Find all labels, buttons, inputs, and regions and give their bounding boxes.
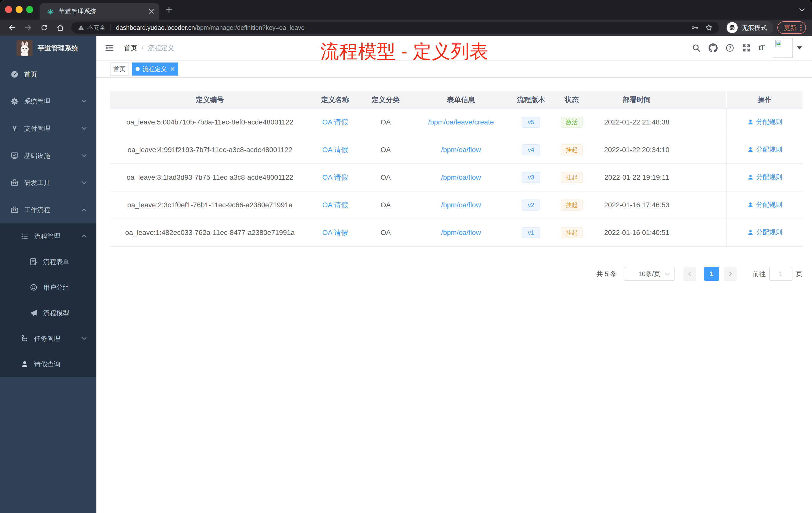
address-bar[interactable]: 不安全 dashboard.yudao.iocoder.cn/bpm/manag…: [71, 22, 719, 34]
assign-rule-link[interactable]: 分配规则: [747, 145, 782, 154]
window-minimize-button[interactable]: [16, 6, 23, 13]
definition-name-link[interactable]: OA 请假: [322, 146, 348, 154]
form-icon: [30, 258, 38, 266]
browser-menu-icon[interactable]: [800, 24, 802, 31]
select-caret-icon: [665, 272, 670, 276]
yen-icon: ¥: [10, 124, 19, 132]
cell-operation: 分配规则: [727, 109, 803, 136]
table-row: oa_leave:4:991f2193-7b7f-11ec-a3c8-acde4…: [110, 136, 803, 163]
form-link[interactable]: /bpm/oa/flow: [441, 229, 481, 236]
cell-category: OA: [360, 219, 411, 246]
cell-status: 挂起: [551, 219, 592, 246]
chevron-down-icon: [81, 99, 87, 104]
prev-arrow-icon: [688, 271, 692, 277]
assign-rule-link[interactable]: 分配规则: [747, 173, 782, 181]
sidebar-item-home[interactable]: 首页: [0, 61, 96, 88]
form-link[interactable]: /bpm/oa/flow: [441, 201, 481, 209]
sidebar-item-task-mgmt[interactable]: 任务管理: [0, 326, 96, 351]
security-label[interactable]: 不安全: [87, 24, 106, 32]
incognito-badge: 无痕模式: [726, 21, 773, 34]
broken-image-icon: [774, 39, 782, 48]
window-controls: [5, 6, 33, 13]
tab-favicon-icon: [47, 7, 54, 15]
breadcrumb: 首页 / 流程定义: [124, 44, 174, 53]
browser-tab[interactable]: 芋道管理系统: [40, 3, 159, 20]
next-arrow-icon: [728, 271, 732, 277]
back-button[interactable]: [4, 21, 20, 35]
browser-update-button[interactable]: 更新: [777, 21, 806, 34]
sidebar-item-dev-tools[interactable]: 研发工具: [0, 169, 96, 196]
definition-name-link[interactable]: OA 请假: [322, 201, 348, 209]
avatar[interactable]: [773, 38, 793, 58]
form-link[interactable]: /bpm/oa/flow: [441, 174, 481, 181]
sidebar-item-payment[interactable]: ¥支付管理: [0, 115, 96, 142]
user-icon: [747, 229, 754, 236]
assign-rule-link[interactable]: 分配规则: [747, 117, 782, 126]
new-tab-button[interactable]: [166, 6, 172, 13]
cell-filler: [681, 109, 727, 136]
sidebar-item-workflow[interactable]: 工作流程: [0, 196, 96, 223]
page-unit-label: 页: [796, 270, 803, 278]
sidebar-item-process-form[interactable]: 流程表单: [0, 249, 96, 275]
sidebar-item-leave-query[interactable]: 请假查询: [0, 351, 96, 377]
fullscreen-icon[interactable]: [742, 44, 751, 52]
forward-button[interactable]: [20, 21, 36, 35]
next-page-button[interactable]: [724, 267, 737, 281]
goto-page-input[interactable]: 1: [769, 267, 792, 281]
github-icon[interactable]: [708, 43, 718, 53]
tag-home[interactable]: 首页: [110, 62, 129, 76]
cell-form: /bpm/oa/flow: [411, 163, 511, 191]
sidebar-logo: 芋道管理系统: [0, 36, 96, 61]
cell-definition-id: oa_leave:3:1fad3d93-7b75-11ec-a3c8-acde4…: [110, 163, 310, 191]
sidebar-item-process-mgmt[interactable]: 流程管理: [0, 223, 96, 249]
assign-rule-link[interactable]: 分配规则: [747, 228, 782, 237]
sidebar-item-user-group[interactable]: 用户分组: [0, 275, 96, 300]
font-size-icon[interactable]: tT: [759, 44, 764, 52]
home-button[interactable]: [52, 21, 68, 35]
reload-button[interactable]: [36, 21, 52, 35]
definition-name-link[interactable]: OA 请假: [322, 229, 348, 236]
col-definition-name: 定义名称: [310, 91, 360, 109]
prev-page-button[interactable]: [684, 267, 696, 281]
avatar-caret-icon[interactable]: [797, 47, 802, 50]
cell-version: v4: [511, 136, 551, 163]
list-icon: [21, 232, 29, 240]
security-warning-icon[interactable]: [78, 24, 84, 31]
window-close-button[interactable]: [5, 6, 12, 13]
status-badge: 挂起: [561, 200, 583, 211]
bookmark-star-icon[interactable]: [705, 24, 713, 31]
col-operation: 操作: [727, 91, 803, 109]
search-icon[interactable]: [692, 44, 700, 52]
form-link[interactable]: /bpm/oa/leave/create: [428, 118, 494, 126]
assign-rule-link[interactable]: 分配规则: [747, 200, 782, 209]
gear-icon: [10, 97, 19, 105]
cell-version: v3: [511, 163, 551, 191]
definition-name-link[interactable]: OA 请假: [322, 118, 348, 126]
breadcrumb-home[interactable]: 首页: [124, 44, 137, 53]
tab-search-chevron-icon[interactable]: [799, 8, 805, 12]
chevron-down-icon: [81, 126, 87, 131]
password-key-icon[interactable]: [691, 24, 698, 31]
sidebar-item-process-model[interactable]: 流程模型: [0, 300, 96, 326]
tag-close-icon[interactable]: [170, 67, 175, 71]
sidebar-item-system[interactable]: 系统管理: [0, 88, 96, 115]
col-deploy-time: 部署时间: [592, 91, 681, 109]
sidebar: 芋道管理系统 首页系统管理¥支付管理基础设施研发工具工作流程流程管理流程表单用户…: [0, 36, 96, 513]
user-icon: [747, 174, 754, 180]
page-size-select[interactable]: 10条/页: [624, 267, 675, 281]
version-badge: v1: [522, 227, 540, 238]
send-icon: [30, 309, 38, 317]
tag-current[interactable]: 流程定义: [132, 62, 178, 76]
definition-name-link[interactable]: OA 请假: [322, 174, 348, 181]
form-link[interactable]: /bpm/oa/flow: [441, 146, 481, 154]
sidebar-toggle-icon[interactable]: [105, 44, 115, 52]
page-number-1[interactable]: 1: [704, 267, 719, 281]
sidebar-item-infrastructure[interactable]: 基础设施: [0, 142, 96, 169]
cell-status: 挂起: [551, 191, 592, 219]
help-icon[interactable]: [726, 44, 734, 52]
cell-definition-id: oa_leave:4:991f2193-7b7f-11ec-a3c8-acde4…: [110, 136, 310, 163]
user-icon: [747, 202, 754, 208]
tab-close-icon[interactable]: [149, 8, 154, 14]
window-zoom-button[interactable]: [26, 6, 33, 13]
cell-form: /bpm/oa/flow: [411, 191, 511, 219]
